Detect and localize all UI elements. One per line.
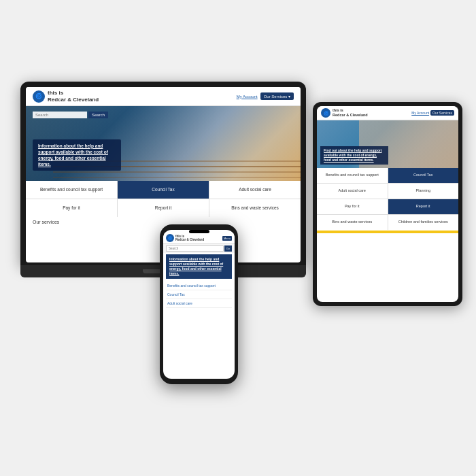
- my-account-link[interactable]: My Account: [237, 95, 258, 99]
- ph-logo-text: this is Redcar & Cleveland: [175, 235, 204, 242]
- tab-hero-text: Find out about the help and support avai…: [324, 148, 385, 163]
- tab-grid-adult[interactable]: Adult social care: [317, 184, 388, 199]
- tablet-screen: 🌀 this is Redcar & Cleveland My Account …: [313, 102, 462, 306]
- our-services-btn[interactable]: Our Services ▾: [260, 92, 294, 100]
- site-logo-icon: 🌀: [33, 90, 45, 103]
- tab-header: 🌀 this is Redcar & Cleveland My Account …: [317, 106, 458, 120]
- hero-info-text: Information about the help and support a…: [38, 143, 116, 167]
- ph-logo: 🌀 this is Redcar & Cleveland: [166, 234, 204, 242]
- ph-menu-btn[interactable]: Menu: [222, 236, 232, 241]
- search-button[interactable]: Search: [88, 112, 108, 118]
- web-logo: 🌀 this is Redcar & Cleveland: [33, 90, 99, 103]
- tab-site-logo: 🌀: [321, 108, 330, 118]
- tab-grid-benefits[interactable]: Benefits and council tax support: [317, 168, 388, 183]
- tab-bottom-bar: [317, 231, 458, 233]
- grid-item-report[interactable]: Report it: [118, 199, 209, 217]
- tab-grid-council-tax[interactable]: Council Tax: [388, 168, 459, 183]
- ph-search-bar: Go: [163, 244, 235, 253]
- tab-grid-children[interactable]: Children and families services: [388, 215, 459, 230]
- tab-my-account-link[interactable]: My Account: [411, 111, 429, 115]
- phone-browser: 🌀 this is Redcar & Cleveland Menu Go Inf…: [163, 230, 235, 379]
- tab-our-services-btn[interactable]: Our Services: [430, 110, 454, 116]
- site-logo-text: this is Redcar & Cleveland: [48, 90, 99, 103]
- search-input[interactable]: [33, 112, 87, 118]
- web-hero: Search Information about the help and su…: [26, 106, 301, 181]
- grid-item-pay[interactable]: Pay for it: [26, 199, 117, 217]
- phone-screen: 🌀 this is Redcar & Cleveland Menu Go Inf…: [160, 224, 238, 384]
- ph-list-benefits[interactable]: Benefits and council tax support: [166, 282, 232, 290]
- tablet-browser: 🌀 this is Redcar & Cleveland My Account …: [317, 106, 458, 302]
- web-search-bar: Search: [33, 112, 108, 118]
- tab-grid-pay[interactable]: Pay for it: [317, 199, 388, 214]
- tab-services-grid: Benefits and council tax support Council…: [317, 168, 458, 230]
- tab-grid-report[interactable]: Report it: [388, 199, 459, 214]
- ph-search-button[interactable]: Go: [224, 245, 232, 252]
- ph-info-text: Information about the help and support a…: [169, 257, 228, 276]
- tab-hero-box: Find out about the help and support avai…: [320, 146, 388, 165]
- tab-nav: My Account Our Services: [411, 110, 454, 116]
- web-header: 🌀 this is Redcar & Cleveland My Account …: [26, 87, 301, 106]
- ph-list-council-tax[interactable]: Council Tax: [166, 290, 232, 299]
- hero-info-box: Information about the help and support a…: [33, 139, 121, 171]
- ph-search-input[interactable]: [166, 245, 224, 252]
- tablet-device: 🌀 this is Redcar & Cleveland My Account …: [313, 102, 462, 306]
- grid-item-adult-social[interactable]: Adult social care: [209, 181, 301, 199]
- tab-logo: 🌀 this is Redcar & Cleveland: [321, 108, 368, 118]
- grid-item-council-tax[interactable]: Council Tax: [118, 181, 209, 199]
- web-nav: My Account Our Services ▾: [237, 92, 294, 100]
- ph-info-box: Information about the help and support a…: [166, 254, 232, 279]
- tab-logo-text: this is Redcar & Cleveland: [333, 108, 368, 117]
- scene: 🌀 this is Redcar & Cleveland My Account …: [0, 0, 476, 476]
- grid-item-benefits[interactable]: Benefits and council tax support: [26, 181, 117, 199]
- phone-device: 🌀 this is Redcar & Cleveland Menu Go Inf…: [160, 224, 238, 384]
- web-services-grid: Benefits and council tax support Council…: [26, 181, 301, 217]
- ph-list-adult[interactable]: Adult social care: [166, 299, 232, 308]
- grid-item-bins[interactable]: Bins and waste services: [209, 199, 301, 217]
- ph-site-logo: 🌀: [166, 234, 174, 242]
- tab-grid-bins[interactable]: Bins and waste services: [317, 215, 388, 230]
- ph-header: 🌀 this is Redcar & Cleveland Menu: [163, 233, 235, 244]
- tab-grid-planning[interactable]: Planning: [388, 184, 459, 199]
- phone-notch: [189, 230, 209, 233]
- tab-hero: Find out about the help and support avai…: [317, 120, 458, 168]
- ph-services-list: Benefits and council tax support Council…: [163, 280, 235, 309]
